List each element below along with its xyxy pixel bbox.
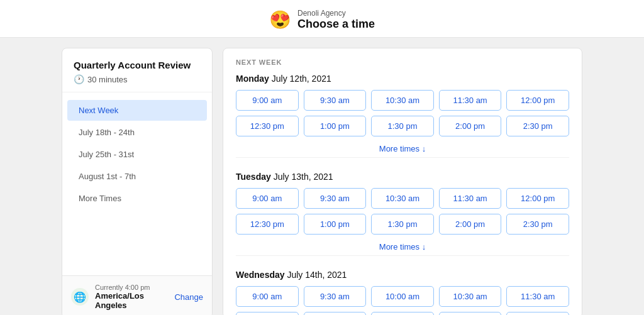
time-grid-2: 9:00 am9:30 am10:00 am10:30 am11:30 am12… <box>236 286 569 315</box>
time-btn-0-5[interactable]: 12:30 pm <box>236 116 299 136</box>
timezone-info: Currently 4:00 pm America/Los Angeles <box>95 284 168 310</box>
agency-name: Denoli Agency <box>297 9 375 18</box>
time-btn-1-6[interactable]: 1:00 pm <box>304 214 367 235</box>
day-header-1: Tuesday July 13th, 2021 <box>236 172 569 182</box>
time-btn-1-0[interactable]: 9:00 am <box>236 188 299 209</box>
time-btn-0-7[interactable]: 1:30 pm <box>371 116 434 136</box>
time-btn-0-6[interactable]: 1:00 pm <box>304 116 367 136</box>
timezone-bar: 🌐 Currently 4:00 pm America/Los Angeles … <box>62 275 212 315</box>
duration-text: 30 minutes <box>87 75 128 84</box>
more-times-button-0[interactable]: More times ↓ <box>236 141 569 155</box>
time-btn-2-4[interactable]: 11:30 am <box>506 286 569 307</box>
time-btn-0-3[interactable]: 11:30 am <box>439 90 502 111</box>
day-header-2: Wednesday July 14th, 2021 <box>236 270 569 280</box>
time-btn-2-2[interactable]: 10:00 am <box>371 286 434 307</box>
event-duration: 🕐 30 minutes <box>74 74 201 84</box>
week-list: Next WeekJuly 18th - 24thJuly 25th - 31s… <box>62 92 212 275</box>
time-btn-0-0[interactable]: 9:00 am <box>236 90 299 111</box>
time-btn-2-1[interactable]: 9:30 am <box>304 286 367 307</box>
timezone-current: Currently 4:00 pm <box>95 284 168 291</box>
time-btn-1-5[interactable]: 12:30 pm <box>236 214 299 235</box>
time-btn-1-3[interactable]: 11:30 am <box>439 188 502 209</box>
change-timezone-button[interactable]: Change <box>174 292 203 302</box>
day-header-0: Monday July 12th, 2021 <box>236 74 569 84</box>
time-btn-2-3[interactable]: 10:30 am <box>439 286 502 307</box>
week-item-0[interactable]: Next Week <box>67 100 207 121</box>
clock-icon: 🕐 <box>74 74 84 84</box>
time-btn-1-2[interactable]: 10:30 am <box>371 188 434 209</box>
day-section-1: Tuesday July 13th, 20219:00 am9:30 am10:… <box>236 172 569 256</box>
time-btn-2-5[interactable]: 12:00 pm <box>236 312 299 315</box>
main-content: Quarterly Account Review 🕐 30 minutes Ne… <box>52 38 592 315</box>
time-btn-0-2[interactable]: 10:30 am <box>371 90 434 111</box>
section-label: NEXT WEEK <box>236 58 569 66</box>
time-btn-0-9[interactable]: 2:30 pm <box>506 116 569 136</box>
event-title: Quarterly Account Review <box>74 60 201 70</box>
page-title: Choose a time <box>297 18 375 31</box>
time-btn-0-8[interactable]: 2:00 pm <box>439 116 502 136</box>
time-btn-2-8[interactable]: 1:30 pm <box>439 312 502 315</box>
divider-1 <box>236 255 569 256</box>
time-btn-2-0[interactable]: 9:00 am <box>236 286 299 307</box>
time-btn-2-6[interactable]: 12:30 pm <box>304 312 367 315</box>
days-container: Monday July 12th, 20219:00 am9:30 am10:3… <box>236 74 569 315</box>
agency-emoji: 😍 <box>269 11 291 29</box>
week-item-1[interactable]: July 18th - 24th <box>67 122 207 143</box>
time-grid-1: 9:00 am9:30 am10:30 am11:30 am12:00 pm12… <box>236 188 569 235</box>
week-item-2[interactable]: July 25th - 31st <box>67 144 207 165</box>
day-section-0: Monday July 12th, 20219:00 am9:30 am10:3… <box>236 74 569 158</box>
time-btn-2-9[interactable]: 2:00 pm <box>506 312 569 315</box>
time-btn-1-8[interactable]: 2:00 pm <box>439 214 502 235</box>
time-btn-2-7[interactable]: 1:00 pm <box>371 312 434 315</box>
day-section-2: Wednesday July 14th, 20219:00 am9:30 am1… <box>236 270 569 315</box>
time-btn-1-9[interactable]: 2:30 pm <box>506 214 569 235</box>
more-times-button-1[interactable]: More times ↓ <box>236 240 569 253</box>
week-item-3[interactable]: August 1st - 7th <box>67 166 207 187</box>
divider-0 <box>236 157 569 158</box>
page-header: 😍 Denoli Agency Choose a time <box>0 0 644 38</box>
left-panel: Quarterly Account Review 🕐 30 minutes Ne… <box>62 48 213 315</box>
time-btn-1-4[interactable]: 12:00 pm <box>506 188 569 209</box>
timezone-name: America/Los Angeles <box>95 291 168 310</box>
right-panel: NEXT WEEK Monday July 12th, 20219:00 am9… <box>223 48 582 315</box>
time-btn-1-1[interactable]: 9:30 am <box>304 188 367 209</box>
globe-icon: 🌐 <box>71 288 89 306</box>
time-btn-0-1[interactable]: 9:30 am <box>304 90 367 111</box>
event-info: Quarterly Account Review 🕐 30 minutes <box>62 48 212 92</box>
time-btn-1-7[interactable]: 1:30 pm <box>371 214 434 235</box>
week-item-4[interactable]: More Times <box>67 188 207 209</box>
time-grid-0: 9:00 am9:30 am10:30 am11:30 am12:00 pm12… <box>236 90 569 136</box>
time-btn-0-4[interactable]: 12:00 pm <box>506 90 569 111</box>
